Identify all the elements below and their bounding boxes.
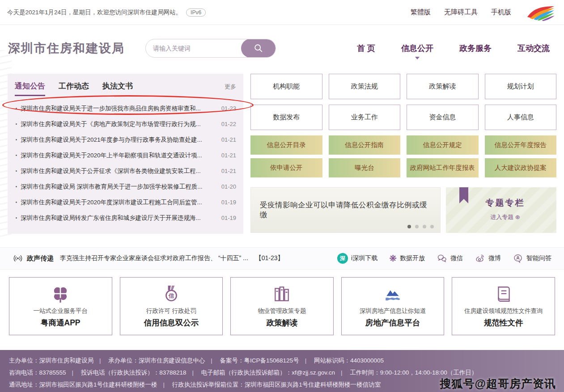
- news-date: 01-22: [221, 121, 236, 127]
- quick-link[interactable]: 业务工作: [329, 105, 401, 130]
- mountain-wave-icon: [383, 285, 402, 303]
- news-item[interactable]: 深圳市住房和建设局关于2021年度参与办理行政事务及协助查处建... 01-21: [15, 132, 236, 148]
- tab-enforcement-docs[interactable]: 执法文书: [102, 81, 133, 95]
- data-open-icon: ❋: [389, 254, 397, 263]
- more-link[interactable]: 更多: [225, 83, 236, 91]
- news-date: 01-21: [221, 152, 236, 159]
- mobile-version-link[interactable]: 手机版: [491, 8, 511, 17]
- service-cards: 一站式企业服务平台 粤商通APP 信 行政许可 行政处罚 信用信息双公示 物业管…: [0, 270, 564, 335]
- quick-links-panel: 机构职能 政策法规 政策解读 规划计划 数据发布 业务工作 资金信息 人事信息 …: [250, 74, 556, 234]
- news-date: 01-20: [221, 183, 236, 190]
- bullet-icon: [16, 139, 17, 140]
- news-item[interactable]: 深圳市住房和建设局转发广东省住房和城乡建设厅关于开展违规海... 01-19: [15, 210, 236, 226]
- nav-gov-services[interactable]: 政务服务: [459, 43, 492, 54]
- smart-qa-icon: [513, 253, 523, 264]
- quick-link[interactable]: 人大建议政协提案: [485, 158, 557, 177]
- quick-link[interactable]: 政府网站工作年度报表: [407, 158, 479, 177]
- news-item[interactable]: 深圳市住房和建设局关于《房地产政策制定与市场管理行政行为规... 01-22: [15, 116, 236, 132]
- open-data[interactable]: ❋ 数据开放: [389, 254, 425, 263]
- news-title: 深圳市住房和建设局 深圳市教育局关于进一步加强学校装修工程质...: [21, 183, 203, 191]
- news-item[interactable]: 深圳市住房和建设局关于公开征求《深圳市各类物业建筑安装工程... 01-21: [15, 163, 236, 179]
- quick-links-gradient: 信息公开目录 信息公开指南 信息公开规定 信息公开年度报告 依申请公开 曝光台 …: [250, 135, 556, 177]
- ticker-headline[interactable]: 李克强主持召开专家企业家座谈会征求对政府工作报告、 “十四五” ...: [60, 254, 248, 262]
- carousel-dot[interactable]: [415, 225, 419, 228]
- banner-carousel[interactable]: 受疫情影响企业可以申请降低公积金缴存比例或缓缴: [250, 187, 441, 233]
- chevron-down-icon: [415, 57, 420, 59]
- ipv6-badge[interactable]: IPv6: [186, 8, 206, 17]
- footer-email: 电子邮箱（行政执法投诉邮箱）：xf@zjj.sz.gov.cn: [201, 369, 335, 376]
- broadcast-icon: [13, 253, 23, 264]
- nav-info-disclosure[interactable]: 信息公开: [401, 43, 433, 54]
- quick-link[interactable]: 政策法规: [329, 74, 401, 99]
- card-title: 粤商通APP: [41, 317, 80, 328]
- bottom-row: 受疫情影响企业可以申请降低公积金缴存比例或缓缴 专题专栏 进入专题 ⊕: [250, 187, 556, 233]
- search-button[interactable]: [241, 39, 276, 58]
- nav-interaction[interactable]: 互动交流: [517, 43, 550, 54]
- news-item[interactable]: 深圳市住房和建设局 深圳市教育局关于进一步加强学校装修工程质... 01-20: [15, 179, 236, 194]
- accessibility-tools-link[interactable]: 无障碍工具: [444, 8, 478, 17]
- quick-link[interactable]: 曝光台: [329, 158, 401, 177]
- quick-link[interactable]: 规划计划: [485, 74, 557, 99]
- special-column-panel[interactable]: 专题专栏 进入专题 ⊕: [446, 187, 556, 233]
- quick-link[interactable]: 数据发布: [250, 105, 322, 130]
- separator: |: [341, 369, 343, 376]
- topbar-welcome-area: 今天是2021年1月24日，星期日，欢迎您访问深圳市住建局网站。 IPv6: [7, 8, 206, 17]
- special-column-title: 专题专栏: [454, 197, 556, 209]
- tab-notices[interactable]: 通知公告: [15, 81, 45, 96]
- svg-text:信: 信: [168, 293, 174, 299]
- shenzhen-city-logo: [525, 4, 557, 21]
- separator: |: [72, 369, 74, 376]
- service-card-yueshangtong[interactable]: 一站式企业服务平台 粤商通APP: [9, 277, 112, 335]
- quick-link[interactable]: 信息公开目录: [250, 135, 322, 155]
- smart-qa[interactable]: 智能问答: [513, 253, 551, 264]
- search-input[interactable]: [146, 45, 241, 52]
- tool-label: 数据开放: [400, 254, 425, 262]
- service-card-normative-documents[interactable]: 住房建设领域规范性文件查询 规范性文件: [452, 277, 555, 335]
- topbar-links: 繁體版 无障碍工具 手机版: [411, 4, 557, 21]
- carousel-dot[interactable]: [407, 225, 411, 228]
- quick-link[interactable]: 依申请公开: [250, 158, 322, 177]
- watermark-text: 搜狐号@超哥房产资讯: [440, 378, 556, 390]
- quick-link[interactable]: 信息公开指南: [329, 135, 401, 155]
- tool-label: i深圳下载: [351, 254, 377, 262]
- news-item[interactable]: 深圳市住房和建设局关于2020年上半年勘察项目和轨道交通设计项... 01-21: [15, 148, 236, 163]
- quick-links-plain: 机构职能 政策法规 政策解读 规划计划 数据发布 业务工作 资金信息 人事信息: [250, 74, 556, 130]
- footer-complaint-box-location: 行政执法投诉举报箱位置：深圳市福田区振兴路1号住建科研楼附楼一楼信访室: [172, 381, 381, 388]
- card-title: 规范性文件: [484, 317, 523, 328]
- service-card-real-estate-platform[interactable]: 深圳房地产信息让你知道 房地产信息平台: [341, 277, 445, 335]
- ticker-label: 政声传递: [27, 254, 54, 263]
- news-title: 深圳市住房和建设局转发广东省住房和城乡建设厅关于开展违规海...: [21, 214, 201, 222]
- quick-link[interactable]: 信息公开年度报告: [485, 135, 557, 155]
- bullet-icon: [16, 123, 17, 125]
- card-title: 信用信息双公示: [144, 317, 199, 328]
- books-icon: [272, 285, 291, 303]
- quick-link[interactable]: 人事信息: [485, 105, 557, 130]
- news-date: 01-23: [221, 105, 236, 112]
- nav-home[interactable]: 首 页: [357, 43, 375, 54]
- search-icon: [254, 43, 263, 53]
- quick-link[interactable]: 机构职能: [250, 74, 322, 99]
- wechat[interactable]: 微信: [437, 253, 463, 264]
- tab-work-updates[interactable]: 工作动态: [59, 81, 89, 95]
- ishenzhen-download[interactable]: 深 i深圳下载: [337, 253, 377, 264]
- quick-link[interactable]: 资金信息: [407, 105, 479, 130]
- news-date: 01-21: [221, 168, 236, 174]
- news-item[interactable]: 深圳市住房和建设局关于进一步加强我市商品住房购房资格审查和... 01-23: [15, 101, 236, 116]
- service-card-credit-disclosure[interactable]: 信 行政许可 行政处罚 信用信息双公示: [120, 277, 223, 335]
- carousel-dot[interactable]: [423, 225, 426, 228]
- traditional-chinese-link[interactable]: 繁體版: [411, 8, 431, 17]
- separator: |: [211, 357, 212, 364]
- weibo[interactable]: 微博: [475, 253, 501, 264]
- service-card-policy-interpretation[interactable]: 物业管理政策专题 政策解读: [230, 277, 334, 335]
- bullet-icon: [16, 202, 17, 203]
- carousel-dot[interactable]: [430, 225, 434, 228]
- quick-link[interactable]: 信息公开规定: [407, 135, 479, 155]
- banner-caption: 受疫情影响企业可以申请降低公积金缴存比例或缓缴: [251, 200, 440, 220]
- ticker-tools: 深 i深圳下载 ❋ 数据开放 微信 微博: [337, 253, 551, 264]
- quick-link[interactable]: 政策解读: [407, 74, 479, 99]
- enter-special-link[interactable]: 进入专题 ⊕: [454, 213, 556, 221]
- news-title: 深圳市住房和建设局关于2020年度深圳市建设工程施工合同后监管...: [21, 198, 202, 207]
- news-item[interactable]: 深圳市住房和建设局关于2020年度深圳市建设工程施工合同后监管... 01-19: [15, 194, 236, 210]
- news-list: 深圳市住房和建设局关于进一步加强我市商品住房购房资格审查和... 01-23 深…: [15, 101, 236, 226]
- separator: |: [99, 357, 101, 364]
